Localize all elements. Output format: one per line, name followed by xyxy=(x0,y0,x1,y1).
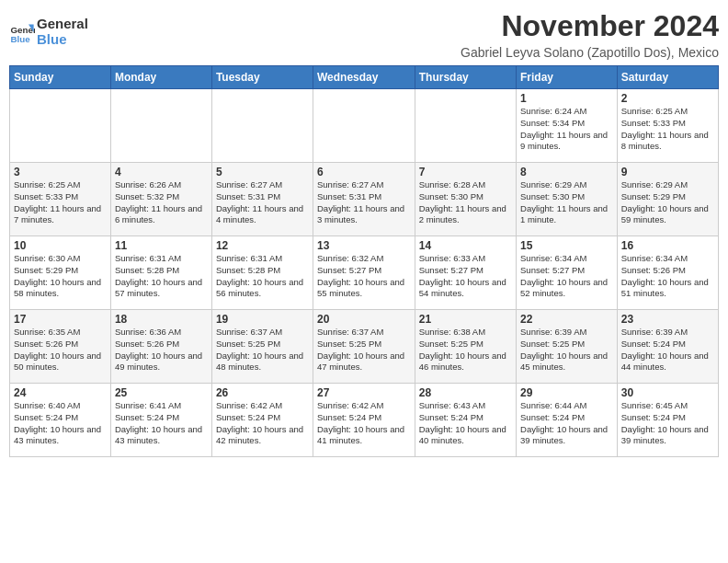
day-info: Sunrise: 6:42 AM Sunset: 5:24 PM Dayligh… xyxy=(216,400,309,447)
calendar-cell: 10Sunrise: 6:30 AM Sunset: 5:29 PM Dayli… xyxy=(10,236,111,310)
day-number: 12 xyxy=(216,239,309,252)
calendar-week-4: 17Sunrise: 6:35 AM Sunset: 5:26 PM Dayli… xyxy=(10,310,719,384)
day-number: 17 xyxy=(14,313,107,326)
weekday-header-row: SundayMondayTuesdayWednesdayThursdayFrid… xyxy=(10,66,719,89)
calendar-cell: 26Sunrise: 6:42 AM Sunset: 5:24 PM Dayli… xyxy=(211,384,313,457)
day-number: 25 xyxy=(115,386,208,399)
weekday-header-monday: Monday xyxy=(110,66,211,89)
day-info: Sunrise: 6:40 AM Sunset: 5:24 PM Dayligh… xyxy=(14,400,107,447)
weekday-header-saturday: Saturday xyxy=(617,66,718,89)
day-info: Sunrise: 6:27 AM Sunset: 5:31 PM Dayligh… xyxy=(216,179,309,226)
calendar-cell: 25Sunrise: 6:41 AM Sunset: 5:24 PM Dayli… xyxy=(110,384,211,457)
day-number: 6 xyxy=(317,166,411,178)
calendar-cell: 5Sunrise: 6:27 AM Sunset: 5:31 PM Daylig… xyxy=(211,163,313,236)
day-number: 8 xyxy=(520,166,613,178)
calendar-week-3: 10Sunrise: 6:30 AM Sunset: 5:29 PM Dayli… xyxy=(10,236,719,310)
calendar-week-2: 3Sunrise: 6:25 AM Sunset: 5:33 PM Daylig… xyxy=(10,163,719,236)
logo: General Blue General Blue xyxy=(9,17,88,47)
day-number: 2 xyxy=(621,92,714,105)
day-number: 18 xyxy=(115,313,208,326)
day-number: 21 xyxy=(419,313,512,326)
calendar-cell: 27Sunrise: 6:42 AM Sunset: 5:24 PM Dayli… xyxy=(313,384,415,457)
calendar-cell: 8Sunrise: 6:29 AM Sunset: 5:30 PM Daylig… xyxy=(517,163,618,236)
calendar-cell: 18Sunrise: 6:36 AM Sunset: 5:26 PM Dayli… xyxy=(110,310,211,384)
day-info: Sunrise: 6:45 AM Sunset: 5:24 PM Dayligh… xyxy=(621,400,714,447)
logo-line1: General xyxy=(37,17,88,32)
calendar-week-1: 1Sunrise: 6:24 AM Sunset: 5:34 PM Daylig… xyxy=(10,89,719,163)
day-number: 15 xyxy=(520,239,613,252)
calendar-cell: 14Sunrise: 6:33 AM Sunset: 5:27 PM Dayli… xyxy=(415,236,516,310)
calendar-cell: 23Sunrise: 6:39 AM Sunset: 5:24 PM Dayli… xyxy=(617,310,718,384)
calendar-cell: 16Sunrise: 6:34 AM Sunset: 5:26 PM Dayli… xyxy=(617,236,718,310)
weekday-header-friday: Friday xyxy=(517,66,618,89)
day-number: 20 xyxy=(317,313,411,326)
day-number: 7 xyxy=(419,166,512,178)
day-info: Sunrise: 6:35 AM Sunset: 5:26 PM Dayligh… xyxy=(14,327,107,373)
day-info: Sunrise: 6:43 AM Sunset: 5:24 PM Dayligh… xyxy=(419,400,512,447)
day-info: Sunrise: 6:27 AM Sunset: 5:31 PM Dayligh… xyxy=(317,179,411,226)
day-info: Sunrise: 6:37 AM Sunset: 5:25 PM Dayligh… xyxy=(317,327,411,373)
calendar-cell: 11Sunrise: 6:31 AM Sunset: 5:28 PM Dayli… xyxy=(110,236,211,310)
day-number: 11 xyxy=(115,239,208,252)
weekday-header-wednesday: Wednesday xyxy=(313,66,415,89)
day-number: 30 xyxy=(621,386,714,399)
day-info: Sunrise: 6:36 AM Sunset: 5:26 PM Dayligh… xyxy=(115,327,208,373)
day-number: 13 xyxy=(317,239,411,252)
day-number: 28 xyxy=(419,386,512,399)
day-info: Sunrise: 6:29 AM Sunset: 5:30 PM Dayligh… xyxy=(520,179,613,226)
calendar-cell: 28Sunrise: 6:43 AM Sunset: 5:24 PM Dayli… xyxy=(415,384,516,457)
calendar-cell: 7Sunrise: 6:28 AM Sunset: 5:30 PM Daylig… xyxy=(415,163,516,236)
calendar-cell: 30Sunrise: 6:45 AM Sunset: 5:24 PM Dayli… xyxy=(617,384,718,457)
weekday-header-sunday: Sunday xyxy=(10,66,111,89)
day-info: Sunrise: 6:34 AM Sunset: 5:26 PM Dayligh… xyxy=(621,253,714,300)
day-number: 27 xyxy=(317,386,411,399)
day-info: Sunrise: 6:37 AM Sunset: 5:25 PM Dayligh… xyxy=(216,327,309,373)
month-year: November 2024 xyxy=(461,9,719,43)
day-number: 19 xyxy=(216,313,309,326)
calendar-cell xyxy=(415,89,516,163)
day-info: Sunrise: 6:25 AM Sunset: 5:33 PM Dayligh… xyxy=(14,179,107,226)
day-number: 24 xyxy=(14,386,107,399)
calendar-cell: 24Sunrise: 6:40 AM Sunset: 5:24 PM Dayli… xyxy=(10,384,111,457)
day-info: Sunrise: 6:26 AM Sunset: 5:32 PM Dayligh… xyxy=(115,179,208,226)
day-info: Sunrise: 6:32 AM Sunset: 5:27 PM Dayligh… xyxy=(317,253,411,300)
calendar-cell xyxy=(110,89,211,163)
logo-line2: Blue xyxy=(37,32,88,48)
calendar-cell: 20Sunrise: 6:37 AM Sunset: 5:25 PM Dayli… xyxy=(313,310,415,384)
calendar-cell: 17Sunrise: 6:35 AM Sunset: 5:26 PM Dayli… xyxy=(10,310,111,384)
day-info: Sunrise: 6:34 AM Sunset: 5:27 PM Dayligh… xyxy=(520,253,613,300)
day-info: Sunrise: 6:41 AM Sunset: 5:24 PM Dayligh… xyxy=(115,400,208,447)
day-number: 16 xyxy=(621,239,714,252)
calendar-cell: 1Sunrise: 6:24 AM Sunset: 5:34 PM Daylig… xyxy=(517,89,618,163)
day-info: Sunrise: 6:24 AM Sunset: 5:34 PM Dayligh… xyxy=(520,106,613,153)
weekday-header-thursday: Thursday xyxy=(415,66,516,89)
day-info: Sunrise: 6:25 AM Sunset: 5:33 PM Dayligh… xyxy=(621,106,714,153)
day-number: 5 xyxy=(216,166,309,178)
day-number: 4 xyxy=(115,166,208,178)
calendar-cell: 13Sunrise: 6:32 AM Sunset: 5:27 PM Dayli… xyxy=(313,236,415,310)
weekday-header-tuesday: Tuesday xyxy=(211,66,313,89)
day-info: Sunrise: 6:28 AM Sunset: 5:30 PM Dayligh… xyxy=(419,179,512,226)
title-block: November 2024 Gabriel Leyva Solano (Zapo… xyxy=(461,9,719,60)
day-number: 1 xyxy=(520,92,613,105)
day-info: Sunrise: 6:30 AM Sunset: 5:29 PM Dayligh… xyxy=(14,253,107,300)
page-header: General Blue General Blue November 2024 … xyxy=(9,9,719,60)
calendar-cell: 6Sunrise: 6:27 AM Sunset: 5:31 PM Daylig… xyxy=(313,163,415,236)
day-info: Sunrise: 6:44 AM Sunset: 5:24 PM Dayligh… xyxy=(520,400,613,447)
day-info: Sunrise: 6:38 AM Sunset: 5:25 PM Dayligh… xyxy=(419,327,512,373)
calendar-cell: 9Sunrise: 6:29 AM Sunset: 5:29 PM Daylig… xyxy=(617,163,718,236)
day-info: Sunrise: 6:42 AM Sunset: 5:24 PM Dayligh… xyxy=(317,400,411,447)
day-number: 14 xyxy=(419,239,512,252)
day-number: 9 xyxy=(621,166,714,178)
day-number: 22 xyxy=(520,313,613,326)
day-number: 29 xyxy=(520,386,613,399)
calendar-cell: 29Sunrise: 6:44 AM Sunset: 5:24 PM Dayli… xyxy=(517,384,618,457)
location: Gabriel Leyva Solano (Zapotillo Dos), Me… xyxy=(461,45,719,60)
calendar-cell: 12Sunrise: 6:31 AM Sunset: 5:28 PM Dayli… xyxy=(211,236,313,310)
calendar-table: SundayMondayTuesdayWednesdayThursdayFrid… xyxy=(9,65,719,457)
day-info: Sunrise: 6:39 AM Sunset: 5:25 PM Dayligh… xyxy=(520,327,613,373)
day-number: 3 xyxy=(14,166,107,178)
calendar-cell: 2Sunrise: 6:25 AM Sunset: 5:33 PM Daylig… xyxy=(617,89,718,163)
calendar-cell: 4Sunrise: 6:26 AM Sunset: 5:32 PM Daylig… xyxy=(110,163,211,236)
day-info: Sunrise: 6:31 AM Sunset: 5:28 PM Dayligh… xyxy=(115,253,208,300)
